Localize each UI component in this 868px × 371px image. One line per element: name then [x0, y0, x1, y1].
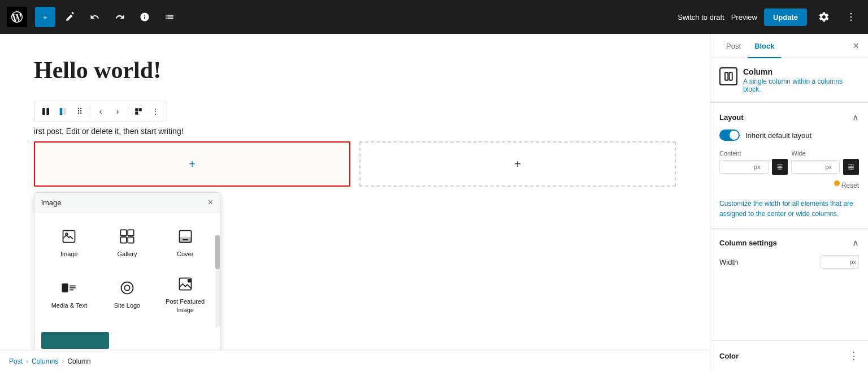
update-button[interactable]: Update [764, 8, 807, 26]
columns-container: + + image × [34, 141, 676, 187]
toolbar-right: Switch to draft Preview Update [678, 7, 861, 27]
pencil-icon [65, 12, 75, 22]
breadcrumb-post[interactable]: Post [9, 357, 23, 365]
post-title[interactable]: Hello world! [34, 57, 676, 84]
block-item-cover[interactable]: Cover [157, 219, 213, 265]
color-section-more-btn[interactable]: ⋮ [849, 350, 859, 362]
block-item-media-text[interactable]: Media & Text [41, 267, 97, 321]
color-section-title: Color [719, 352, 739, 360]
block-search-header: image × [34, 193, 220, 213]
editor-area: Hello world! ⠿ ‹ › ⋮ irst post. Edit or … [0, 34, 710, 371]
image-block-icon [59, 226, 79, 247]
svg-rect-15 [128, 237, 134, 243]
column-settings-toggle-btn[interactable]: ∧ [852, 238, 859, 248]
column-settings-header: Column settings ∧ [719, 238, 859, 248]
reset-button[interactable]: Reset [841, 182, 859, 189]
svg-rect-7 [135, 108, 138, 111]
svg-point-2 [850, 20, 852, 21]
content-width-unit: px [754, 161, 763, 172]
image-block-label: Image [60, 250, 78, 258]
layout-toggle-btn[interactable]: ∧ [852, 112, 859, 123]
column-width-unit: px [849, 256, 858, 268]
svg-rect-34 [849, 166, 854, 167]
column-width-input[interactable] [821, 256, 849, 268]
wide-width-icon-btn[interactable] [843, 159, 859, 175]
info-button[interactable] [134, 7, 155, 27]
media-text-block-label: Media & Text [51, 301, 87, 309]
gallery-block-label: Gallery [118, 250, 137, 258]
list-view-button[interactable] [159, 7, 180, 27]
tab-post[interactable]: Post [719, 34, 748, 58]
block-item-post-featured-image[interactable]: Post Featured Image [157, 267, 213, 321]
info-icon [140, 12, 150, 22]
main-layout: Hello world! ⠿ ‹ › ⋮ irst post. Edit or … [0, 34, 868, 371]
block-item-gallery[interactable]: Gallery [99, 219, 155, 265]
left-column-add-icon: + [189, 158, 196, 171]
content-width-icon-btn[interactable] [772, 159, 788, 175]
content-width-input[interactable] [720, 161, 754, 173]
block-grid: Image Gallery [34, 213, 220, 327]
media-text-block-icon [59, 278, 79, 298]
block-item-image[interactable]: Image [41, 219, 97, 265]
sidebar-close-button[interactable]: × [853, 40, 859, 52]
block-search-close-button[interactable]: × [208, 197, 213, 208]
block-info-title: Column [743, 67, 859, 76]
site-logo-block-label: Site Logo [114, 301, 140, 309]
add-block-button[interactable]: + [35, 7, 55, 27]
breadcrumb-sep-2: › [62, 357, 64, 365]
left-column-block[interactable]: + [34, 141, 350, 187]
scrollbar-track [215, 235, 220, 327]
svg-rect-9 [135, 112, 138, 115]
switch-to-draft-button[interactable]: Switch to draft [678, 13, 724, 21]
svg-rect-14 [120, 237, 127, 243]
teal-button-area [34, 327, 220, 353]
layout-section-header: Layout ∧ [719, 112, 859, 123]
inherit-layout-label: Inherit default layout [745, 131, 811, 140]
content-wide-labels: Content Wide [719, 150, 859, 157]
column-block-icon [723, 71, 734, 81]
svg-rect-6 [63, 108, 66, 115]
color-section-header[interactable]: Color ⋮ [710, 340, 868, 371]
more-options-button[interactable] [841, 7, 861, 27]
svg-rect-33 [848, 165, 854, 165]
block-search-input[interactable]: image [41, 199, 208, 207]
undo-button[interactable] [85, 7, 105, 27]
next-column-btn[interactable]: › [110, 103, 125, 119]
columns-icon-btn[interactable] [38, 103, 54, 119]
transform-btn[interactable] [131, 103, 146, 119]
edit-tool-button[interactable] [60, 7, 80, 27]
right-column-block[interactable]: + [359, 141, 676, 187]
gear-icon [818, 11, 830, 23]
block-info-text: Column A single column within a columns … [743, 67, 859, 93]
preview-button[interactable]: Preview [731, 13, 757, 21]
orange-dot [834, 180, 840, 186]
svg-point-0 [850, 13, 852, 15]
settings-button[interactable] [814, 7, 834, 27]
inherit-layout-toggle[interactable] [719, 130, 740, 141]
sidebar-divider-1 [710, 102, 868, 103]
customize-text: Customize the width for all elements tha… [719, 199, 859, 219]
wide-width-unit: px [826, 161, 835, 172]
redo-button[interactable] [110, 7, 130, 27]
post-featured-image-block-label: Post Featured Image [162, 297, 209, 314]
more-block-options-btn[interactable]: ⋮ [147, 103, 163, 119]
align-wide-icon [848, 163, 854, 170]
drag-handle-btn[interactable]: ⠿ [72, 103, 88, 119]
column-icon [58, 107, 67, 116]
scrollbar-thumb[interactable] [215, 235, 220, 269]
cover-block-label: Cover [177, 250, 193, 258]
svg-rect-3 [42, 108, 45, 115]
block-info-desc: A single column within a columns block. [743, 77, 859, 93]
svg-rect-28 [730, 72, 732, 80]
prev-column-btn[interactable]: ‹ [93, 103, 108, 119]
toolbar-separator [90, 106, 90, 117]
breadcrumb: Post › Columns › Column [0, 351, 710, 371]
tab-block[interactable]: Block [748, 34, 781, 58]
main-toolbar: + Switch to draft Preview Update [0, 0, 868, 34]
columns-icon [41, 107, 50, 116]
block-item-site-logo[interactable]: Site Logo [99, 267, 155, 321]
block-toolbar: ⠿ ‹ › ⋮ [34, 101, 167, 122]
column-icon-btn[interactable] [55, 103, 71, 119]
wide-width-input[interactable] [792, 161, 826, 173]
breadcrumb-columns[interactable]: Columns [32, 357, 58, 365]
